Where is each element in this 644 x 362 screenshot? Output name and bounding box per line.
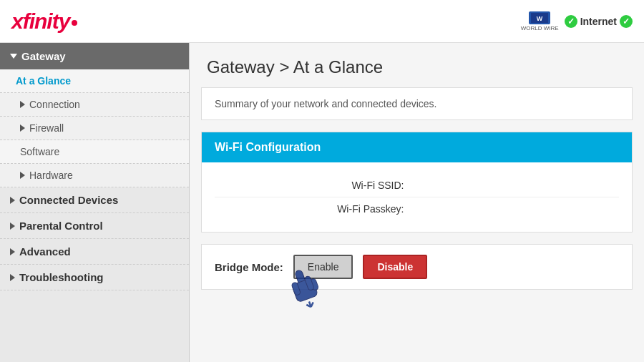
wifi-passkey-row: Wi-Fi Passkey: <box>215 197 619 220</box>
advanced-triangle-icon <box>10 248 15 255</box>
svg-text:W: W <box>537 15 543 22</box>
hardware-label: Hardware <box>29 170 73 181</box>
layout: Gateway At a Glance Connection Firewall … <box>0 43 644 362</box>
bridge-mode-row: Bridge Mode: Enable <box>201 244 633 290</box>
connection-label: Connection <box>29 99 80 110</box>
wifi-ssid-row: Wi-Fi SSID: <box>215 174 619 197</box>
wifi-config-header-text: Wi-Fi Configuration <box>215 141 321 153</box>
gateway-triangle-icon <box>10 54 17 59</box>
sidebar-item-connected-devices[interactable]: Connected Devices <box>0 187 189 213</box>
svg-rect-4 <box>291 282 301 296</box>
logo-text: xfinity <box>11 9 77 33</box>
svg-line-8 <box>306 303 311 308</box>
header: xfinity W WORLD WIRE ✓ Internet ✓ <box>0 0 644 43</box>
troubleshooting-triangle-icon <box>10 274 15 281</box>
enable-button[interactable]: Enable <box>293 255 353 279</box>
svg-line-7 <box>309 301 311 307</box>
sidebar-gateway-header[interactable]: Gateway <box>0 43 189 69</box>
internet-label: Internet <box>580 16 617 27</box>
xfinity-logo: xfinity <box>11 9 77 34</box>
software-label: Software <box>20 146 59 157</box>
ww-icon-box: W <box>529 11 550 24</box>
svg-line-9 <box>310 303 314 307</box>
wifi-ssid-label: Wi-Fi SSID: <box>281 180 410 191</box>
connection-triangle-icon <box>20 101 25 108</box>
sidebar-item-troubleshooting[interactable]: Troubleshooting <box>0 265 189 290</box>
connected-devices-triangle-icon <box>10 197 15 204</box>
enable-button-container: Enable <box>293 255 353 279</box>
page-title: Gateway > At a Glance <box>207 57 627 77</box>
sidebar: Gateway At a Glance Connection Firewall … <box>0 43 190 362</box>
hardware-triangle-icon <box>20 172 25 179</box>
advanced-label: Advanced <box>19 245 71 258</box>
page-title-bar: Gateway > At a Glance <box>190 43 644 87</box>
worldwire-logo: W WORLD WIRE <box>521 11 559 31</box>
wifi-config-body: Wi-Fi SSID: Wi-Fi Passkey: <box>202 162 632 232</box>
firewall-triangle-icon <box>20 124 25 132</box>
sidebar-item-connection[interactable]: Connection <box>0 93 189 117</box>
sidebar-item-at-a-glance[interactable]: At a Glance <box>0 69 189 93</box>
sidebar-item-advanced[interactable]: Advanced <box>0 239 189 265</box>
wifi-config-header: Wi-Fi Configuration <box>202 132 632 162</box>
sidebar-item-parental-control[interactable]: Parental Control <box>0 213 189 239</box>
sidebar-item-firewall[interactable]: Firewall <box>0 117 189 140</box>
wifi-passkey-label: Wi-Fi Passkey: <box>281 203 410 215</box>
internet-status: ✓ Internet ✓ <box>565 15 633 28</box>
main-content: Gateway > At a Glance Summary of your ne… <box>190 43 644 362</box>
summary-text: Summary of your network and connected de… <box>215 98 437 109</box>
connected-devices-label: Connected Devices <box>19 194 118 206</box>
troubleshooting-label: Troubleshooting <box>19 271 104 283</box>
wifi-config-section: Wi-Fi Configuration Wi-Fi SSID: Wi-Fi Pa… <box>201 132 633 233</box>
sidebar-item-hardware[interactable]: Hardware <box>0 164 189 187</box>
parental-control-label: Parental Control <box>19 220 103 232</box>
bridge-mode-label: Bridge Mode: <box>215 261 283 273</box>
firewall-label: Firewall <box>29 122 64 134</box>
at-a-glance-label: At a Glance <box>16 75 71 87</box>
internet-check-right: ✓ <box>620 15 633 28</box>
disable-button[interactable]: Disable <box>363 255 427 279</box>
sidebar-gateway-label: Gateway <box>21 50 66 62</box>
svg-rect-3 <box>291 278 318 303</box>
sidebar-item-software[interactable]: Software <box>0 140 189 164</box>
worldwire-text: WORLD WIRE <box>521 25 559 31</box>
svg-rect-5 <box>310 278 319 291</box>
parental-control-triangle-icon <box>10 222 15 230</box>
summary-box: Summary of your network and connected de… <box>201 87 633 120</box>
internet-check-left: ✓ <box>565 15 577 28</box>
header-right: W WORLD WIRE ✓ Internet ✓ <box>521 11 633 31</box>
